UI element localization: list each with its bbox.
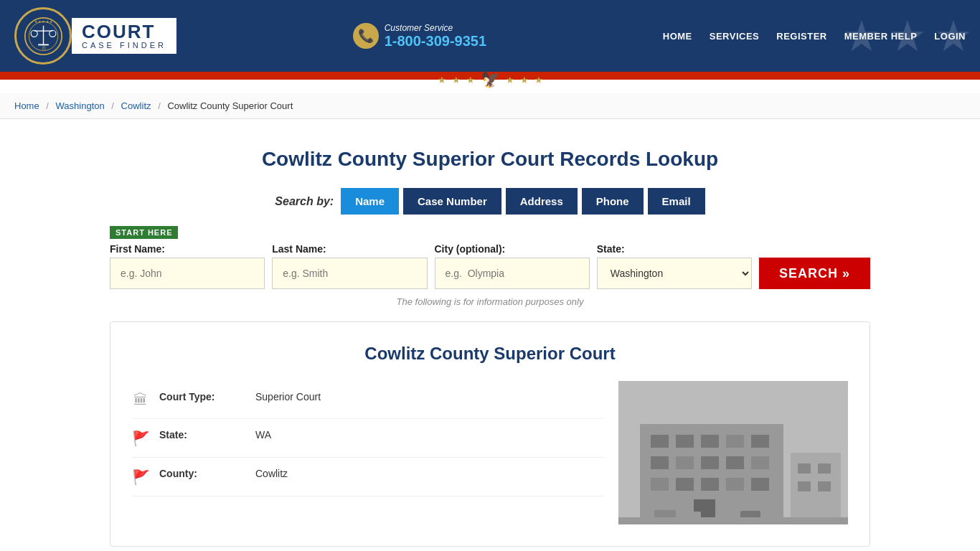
svg-text:★ ★ ★ ★ ★: ★ ★ ★ ★ ★ — [34, 20, 52, 24]
tab-phone[interactable]: Phone — [582, 188, 644, 215]
logo-area: ★ ★ ★ ★ ★ ⚖ COURT CASE FINDER — [14, 7, 176, 65]
detail-row-county: 🚩 County: Cowlitz — [132, 458, 604, 496]
court-card: Cowlitz County Superior Court 🏛 Court Ty… — [110, 321, 870, 547]
svg-rect-16 — [651, 456, 669, 469]
svg-rect-19 — [726, 456, 744, 469]
court-type-icon: 🏛 — [132, 392, 149, 408]
svg-rect-29 — [818, 463, 831, 474]
main-content: Cowlitz County Superior Court Records Lo… — [95, 119, 885, 551]
phone-icon: 📞 — [353, 23, 379, 49]
state-label: State: — [597, 243, 752, 255]
search-button-label: SEARCH » — [779, 266, 850, 281]
tab-name[interactable]: Name — [341, 188, 399, 215]
search-form-area: START HERE First Name: Last Name: City (… — [110, 226, 870, 289]
detail-row-state: 🚩 State: WA — [132, 419, 604, 458]
court-details: 🏛 Court Type: Superior Court 🚩 State: WA… — [132, 381, 604, 524]
last-name-label: Last Name: — [272, 243, 427, 255]
svg-rect-35 — [618, 517, 848, 524]
first-name-label: First Name: — [110, 243, 265, 255]
logo-emblem: ★ ★ ★ ★ ★ ⚖ — [14, 7, 72, 65]
form-row: First Name: Last Name: City (optional): … — [110, 243, 870, 289]
logo-svg: ★ ★ ★ ★ ★ ⚖ — [24, 17, 63, 56]
svg-rect-15 — [751, 435, 769, 448]
last-name-group: Last Name: — [272, 243, 427, 289]
nav-login[interactable]: LOGIN — [934, 31, 966, 42]
tab-email[interactable]: Email — [648, 188, 705, 215]
state-group: State: Washington Alabama Alaska Arizona… — [597, 243, 752, 289]
logo-text-box: COURT CASE FINDER — [72, 18, 176, 54]
county-icon: 🚩 — [132, 468, 149, 486]
nav-home[interactable]: HOME — [663, 31, 692, 42]
svg-rect-25 — [751, 478, 769, 491]
city-label: City (optional): — [435, 243, 590, 255]
breadcrumb-home[interactable]: Home — [14, 100, 39, 111]
star5: ★ — [520, 75, 529, 85]
court-image-box — [618, 381, 848, 524]
tab-case-number[interactable]: Case Number — [403, 188, 501, 215]
last-name-input[interactable] — [272, 258, 427, 289]
svg-rect-20 — [751, 456, 769, 469]
svg-rect-24 — [726, 478, 744, 491]
page-title: Cowlitz County Superior Court Records Lo… — [110, 148, 870, 171]
court-type-label: Court Type: — [159, 391, 245, 402]
nav-services[interactable]: SERVICES — [710, 31, 760, 42]
logo-case-finder-text: CASE FINDER — [82, 41, 166, 50]
svg-rect-22 — [676, 478, 694, 491]
star2: ★ — [452, 75, 461, 85]
breadcrumb-current: Cowlitz County Superior Court — [167, 100, 293, 111]
breadcrumb: Home / Washington / Cowlitz / Cowlitz Co… — [0, 93, 980, 119]
start-here-badge: START HERE — [110, 226, 178, 239]
main-nav: HOME SERVICES REGISTER MEMBER HELP LOGIN — [663, 31, 966, 42]
city-group: City (optional): — [435, 243, 590, 289]
search-by-row: Search by: Name Case Number Address Phon… — [110, 188, 870, 215]
phone-number: 1-800-309-9351 — [385, 33, 486, 50]
svg-rect-21 — [651, 478, 669, 491]
site-header: ★ ★ ★ ★ ★ ★ ★ ★ ⚖ COURT CASE FINDER — [0, 0, 980, 72]
svg-rect-18 — [701, 456, 719, 469]
star6: ★ — [534, 75, 543, 85]
svg-point-5 — [31, 30, 37, 37]
county-label: County: — [159, 468, 245, 479]
detail-row-court-type: 🏛 Court Type: Superior Court — [132, 381, 604, 419]
svg-rect-23 — [701, 478, 719, 491]
eagle-icon: 🦅 — [481, 70, 500, 89]
first-name-input[interactable] — [110, 258, 265, 289]
logo-court-text: COURT — [82, 22, 166, 41]
svg-rect-28 — [798, 463, 811, 474]
svg-point-6 — [49, 30, 55, 37]
star3: ★ — [466, 75, 475, 85]
court-building-image — [618, 381, 848, 524]
nav-member-help[interactable]: MEMBER HELP — [844, 31, 918, 42]
svg-rect-13 — [701, 435, 719, 448]
state-detail-label: State: — [159, 429, 245, 441]
tab-address[interactable]: Address — [506, 188, 578, 215]
state-detail-value: WA — [255, 429, 271, 441]
state-select[interactable]: Washington Alabama Alaska Arizona Califo… — [597, 258, 752, 289]
eagle-banner-wrap: ★ ★ ★ 🦅 ★ ★ ★ — [0, 72, 980, 93]
phone-area: 📞 Customer Service 1-800-309-9351 — [353, 23, 486, 50]
state-icon: 🚩 — [132, 430, 149, 447]
svg-rect-12 — [676, 435, 694, 448]
county-value: Cowlitz — [255, 468, 288, 479]
svg-rect-11 — [651, 435, 669, 448]
star1: ★ — [438, 75, 446, 85]
star4: ★ — [506, 75, 514, 85]
court-card-title: Cowlitz County Superior Court — [132, 344, 848, 364]
first-name-group: First Name: — [110, 243, 265, 289]
court-info-layout: 🏛 Court Type: Superior Court 🚩 State: WA… — [132, 381, 848, 524]
svg-rect-17 — [676, 456, 694, 469]
breadcrumb-cowlitz[interactable]: Cowlitz — [121, 100, 151, 111]
svg-rect-14 — [726, 435, 744, 448]
nav-register[interactable]: REGISTER — [776, 31, 826, 42]
breadcrumb-washington[interactable]: Washington — [56, 100, 105, 111]
search-button[interactable]: SEARCH » — [759, 258, 870, 289]
city-input[interactable] — [435, 258, 590, 289]
customer-service-label: Customer Service — [385, 23, 486, 33]
search-by-label: Search by: — [275, 195, 334, 208]
eagle-banner: ★ ★ ★ 🦅 ★ ★ ★ — [0, 72, 980, 88]
svg-text:⚖: ⚖ — [41, 44, 45, 50]
svg-rect-31 — [818, 481, 831, 491]
court-type-value: Superior Court — [255, 391, 321, 402]
info-note: The following is for information purpose… — [110, 296, 870, 307]
svg-rect-30 — [798, 481, 811, 491]
